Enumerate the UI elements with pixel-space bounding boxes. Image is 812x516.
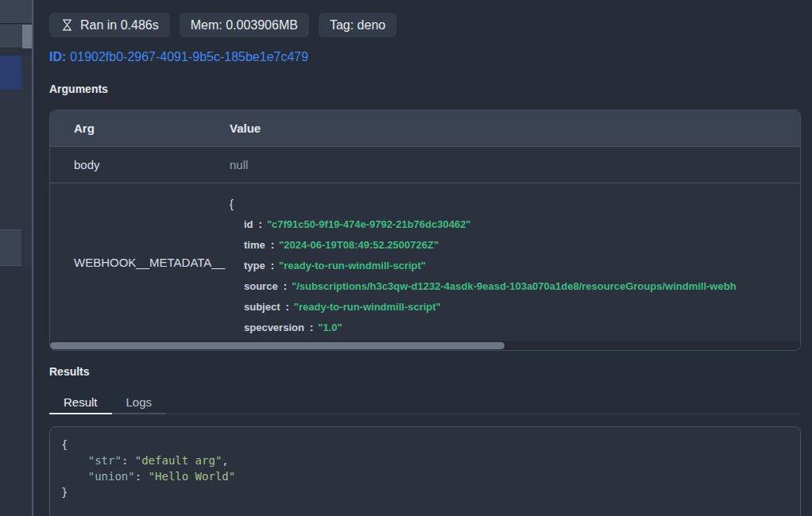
run-stats-row: Ran in 0.486s Mem: 0.003906MB Tag: deno <box>49 13 396 37</box>
tag-label: Tag: deno <box>330 18 385 33</box>
json-key: time <box>244 239 265 251</box>
memory-badge: Mem: 0.003906MB <box>180 13 309 37</box>
duration-label: Ran in 0.486s <box>80 18 159 33</box>
column-header-arg: Arg <box>50 121 230 135</box>
column-header-value: Value <box>230 121 800 135</box>
panel-row-lower <box>0 229 21 266</box>
code-comma: , <box>222 454 228 467</box>
code-key: "str" <box>88 454 122 467</box>
json-colon: : <box>271 239 274 251</box>
panel-scrollbar-thumb[interactable] <box>22 25 32 48</box>
json-key: id <box>244 218 253 230</box>
arg-value: null <box>230 147 800 183</box>
arg-name: body <box>50 147 230 183</box>
json-value: "ready-to-run-windmill-script" <box>294 301 441 313</box>
arguments-table-header: Arg Value <box>50 110 800 147</box>
memory-label: Mem: 0.003906MB <box>191 18 298 33</box>
code-line: "union": "Hello World" <box>61 468 789 484</box>
code-key: "union" <box>88 470 135 483</box>
scrollbar-thumb[interactable] <box>50 342 505 349</box>
hourglass-icon <box>60 17 74 33</box>
run-detail-main: Ran in 0.486s Mem: 0.003906MB Tag: deno … <box>49 0 801 516</box>
json-key: subject <box>244 301 280 313</box>
json-value: "ready-to-run-windmill-script" <box>279 260 426 271</box>
json-entry: subject:"ready-to-run-windmill-script" <box>230 297 737 318</box>
json-key: source <box>244 280 278 292</box>
json-colon: : <box>259 218 262 230</box>
code-open-brace: { <box>61 438 68 451</box>
arguments-table: Arg Value body null WEBHOOK__METADATA__ … <box>49 110 801 351</box>
panel-row-top <box>0 0 32 24</box>
tab-result[interactable]: Result <box>49 391 112 414</box>
results-title: Results <box>49 365 90 378</box>
code-line: } <box>61 484 789 500</box>
json-colon: : <box>286 301 289 313</box>
json-key: specversion <box>244 322 304 333</box>
code-line: { <box>61 437 789 452</box>
code-colon: : <box>135 470 149 483</box>
json-entry: specversion:"1.0" <box>230 318 737 338</box>
results-tabs: Result Logs <box>49 391 801 414</box>
metadata-json-viewer: { id:"c7f91c50-9f19-474e-9792-21b76dc304… <box>230 187 737 338</box>
json-entry: time:"2024-06-19T08:49:52.2500726Z" <box>230 235 737 256</box>
code-colon: : <box>122 454 135 467</box>
json-entry: source:"/subscriptions/h3c3qw-d1232-4asd… <box>230 276 737 297</box>
json-key: type <box>244 260 265 271</box>
table-row: WEBHOOK__METADATA__ { id:"c7f91c50-9f19-… <box>50 183 800 341</box>
json-value: "/subscriptions/h3c3qw-d1232-4asdk-9easd… <box>292 280 737 292</box>
table-row: body null <box>50 147 800 183</box>
left-panel-edge <box>0 0 34 516</box>
run-id-label: ID: <box>49 50 66 64</box>
panel-divider <box>32 0 33 516</box>
code-close-brace: } <box>61 486 68 499</box>
tab-logs[interactable]: Logs <box>112 391 167 414</box>
json-value: "1.0" <box>318 322 342 333</box>
json-value: "2024-06-19T08:49:52.2500726Z" <box>279 239 439 251</box>
json-colon: : <box>284 280 287 292</box>
table-horizontal-scrollbar[interactable] <box>50 341 800 351</box>
json-entry: id:"c7f91c50-9f19-474e-9792-21b76dc30462… <box>230 214 737 235</box>
arg-name: WEBHOOK__METADATA__ <box>50 183 230 341</box>
arguments-title: Arguments <box>49 83 108 95</box>
panel-gap <box>0 49 32 56</box>
json-open-brace: { <box>230 194 737 214</box>
json-value: "c7f91c50-9f19-474e-9792-21b76dc30462" <box>267 218 471 230</box>
code-string: "Hello World" <box>149 470 236 483</box>
result-json-box: { "str": "default arg", "union": "Hello … <box>49 426 801 516</box>
json-colon: : <box>310 322 313 333</box>
run-id-line: ID:01902fb0-2967-4091-9b5c-185be1e7c479 <box>49 50 308 64</box>
selected-run-indicator[interactable] <box>0 56 21 90</box>
panel-row-second <box>0 25 32 48</box>
code-line: "str": "default arg", <box>61 452 789 468</box>
panel-lower-area <box>0 267 32 516</box>
arg-value-json: { id:"c7f91c50-9f19-474e-9792-21b76dc304… <box>230 183 800 341</box>
tag-badge: Tag: deno <box>319 13 396 37</box>
duration-badge: Ran in 0.486s <box>49 13 170 37</box>
json-entry: type:"ready-to-run-windmill-script" <box>230 256 737 276</box>
json-colon: : <box>271 260 274 271</box>
run-id-value[interactable]: 01902fb0-2967-4091-9b5c-185be1e7c479 <box>70 50 308 64</box>
code-string: "default arg" <box>135 454 222 467</box>
